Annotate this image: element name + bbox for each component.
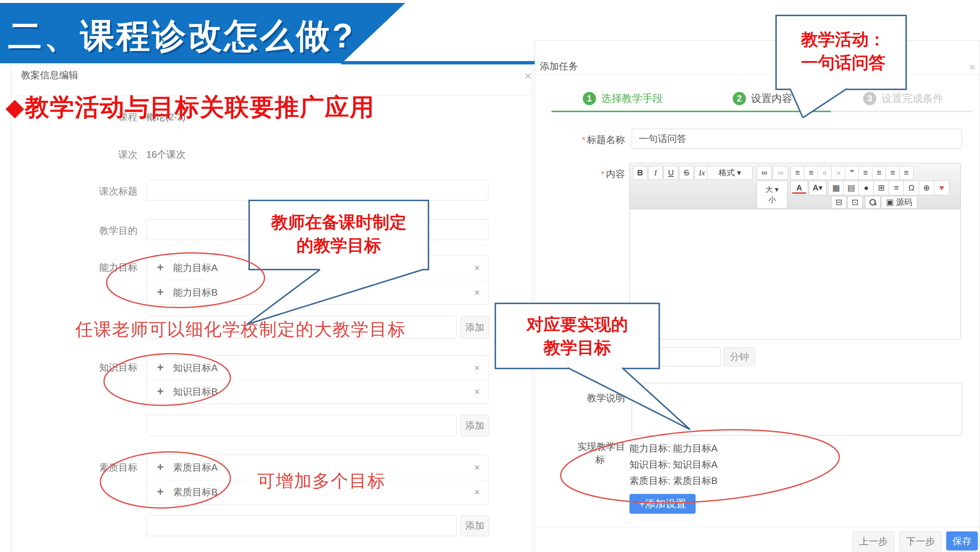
- teaching-note-textarea[interactable]: [632, 383, 962, 436]
- teaching-note-label: 教学说明: [535, 392, 625, 405]
- drag-move-icon[interactable]: +: [157, 260, 164, 274]
- step-3-circle: 3: [863, 92, 877, 105]
- realized-goal-text: 能力目标: 能力目标A: [630, 442, 718, 455]
- align-center-icon[interactable]: ≡: [872, 166, 886, 180]
- iframe-icon[interactable]: ♥: [934, 180, 950, 195]
- font-size-dropdown[interactable]: 大 ▾小: [757, 180, 788, 209]
- add-goal-button-0[interactable]: 添加: [460, 316, 489, 339]
- horizontal-rule-icon[interactable]: ≡: [888, 180, 904, 195]
- italic-icon[interactable]: I: [648, 166, 663, 180]
- remove-goal-icon[interactable]: ×: [474, 386, 480, 397]
- remove-goal-icon[interactable]: ×: [474, 287, 480, 298]
- remove-goal-icon[interactable]: ×: [474, 262, 480, 273]
- find-icon: [869, 199, 876, 206]
- add-task-dialog: 添加任务 × 1 选择教学手段 2 设置内容 3 设置完成条件 *标题名称 一句…: [535, 40, 980, 552]
- source-button[interactable]: ▣ 源码: [881, 196, 917, 209]
- paste-word-icon[interactable]: ⊡: [847, 196, 863, 209]
- page-template-icon[interactable]: ▤: [843, 180, 859, 195]
- slide-red-heading: ◆教学活动与目标关联要推广应用: [5, 91, 375, 124]
- task-title-input[interactable]: 一句话问答: [632, 129, 962, 148]
- goal-item-text: 素质目标A: [173, 461, 218, 474]
- goal-item-text: 知识目标B: [173, 385, 218, 398]
- flash-icon[interactable]: ●: [858, 180, 874, 195]
- step-3-label: 设置完成条件: [881, 92, 943, 105]
- realized-goal-row: 知识目标: 知识目标A×: [630, 457, 960, 472]
- lesson-count-label: 课次: [67, 148, 137, 161]
- step-1-label: 选择教学手段: [601, 92, 663, 105]
- table-icon[interactable]: ⊞: [873, 180, 889, 195]
- remove-goal-icon[interactable]: ×: [474, 487, 480, 498]
- editor-content-area[interactable]: [630, 210, 961, 339]
- find-icon[interactable]: [865, 196, 880, 209]
- callout-teaching-activity: 教学活动： 一句话问答: [775, 15, 907, 90]
- underline-icon[interactable]: U: [663, 166, 678, 180]
- add-goal-button-1[interactable]: 添加: [460, 415, 489, 436]
- drag-move-icon[interactable]: +: [157, 485, 164, 498]
- align-left-icon[interactable]: ≡: [858, 166, 873, 180]
- footer-divider: [535, 527, 980, 527]
- goal-item-text: 能力目标B: [173, 286, 218, 298]
- lesson-plan-dialog-title: 教案信息编辑: [21, 69, 78, 81]
- bg-color-icon[interactable]: A▾: [809, 180, 826, 195]
- realized-goal-row: 素质目标: 素质目标B×: [630, 473, 960, 488]
- step-choose-method[interactable]: 1 选择教学手段: [583, 92, 663, 105]
- special-char-icon[interactable]: Ω: [904, 180, 920, 195]
- step-set-completion[interactable]: 3 设置完成条件: [863, 92, 943, 105]
- lesson-plan-close-icon[interactable]: ×: [524, 70, 532, 82]
- lesson-title-input[interactable]: [146, 180, 488, 200]
- goal-group-label-0: 能力目标: [67, 261, 137, 274]
- goal-item-row[interactable]: +知识目标A×: [146, 356, 488, 380]
- unlink-icon[interactable]: ∞: [773, 166, 788, 180]
- lesson-count-value: 16个课次: [146, 148, 186, 161]
- drag-move-icon[interactable]: +: [157, 384, 164, 398]
- bold-icon[interactable]: B: [633, 166, 648, 180]
- indent-icon[interactable]: »: [831, 166, 845, 180]
- align-justify-icon[interactable]: ≡: [899, 166, 913, 180]
- strikethrough-icon[interactable]: S: [679, 166, 694, 180]
- step-2-label: 设置内容: [751, 92, 792, 105]
- step-2-circle: 2: [733, 92, 746, 105]
- goal-item-text: 素质目标B: [173, 486, 218, 499]
- rich-text-editor[interactable]: BIUSIx格式 ▾∞∞≡≡«»”≡≡≡≡大 ▾小AA▾▦▤●⊞≡Ω⊕♥⊟⊡▣ …: [630, 163, 961, 340]
- link-icon[interactable]: ∞: [757, 166, 772, 180]
- goal-group-box-1: +知识目标A×+知识目标B×: [146, 355, 488, 404]
- blockquote-icon[interactable]: ”: [845, 166, 859, 180]
- next-step-button[interactable]: 下一步: [899, 531, 942, 551]
- bulleted-list-icon[interactable]: ≡: [804, 166, 818, 180]
- outdent-icon[interactable]: «: [818, 166, 832, 180]
- step-set-content[interactable]: 2 设置内容: [733, 92, 792, 105]
- add-setting-button[interactable]: +添加设置: [630, 494, 695, 514]
- goal-group-label-1: 知识目标: [67, 361, 137, 374]
- slide-canvas: 二、课程诊改怎么做? 教案信息编辑 × ◆教学活动与目标关联要推广应用 课程 概…: [0, 0, 980, 552]
- step-1-circle: 1: [583, 92, 596, 105]
- required-asterisk: *: [582, 135, 585, 145]
- add-task-close-icon[interactable]: ×: [969, 62, 975, 72]
- slide-banner-title: 二、课程诊改怎么做?: [8, 13, 355, 59]
- goal-item-row[interactable]: +知识目标B×: [146, 380, 488, 404]
- remove-goal-icon[interactable]: ×: [474, 362, 480, 373]
- format-dropdown[interactable]: 格式 ▾: [707, 166, 752, 180]
- goal-item-text: 知识目标A: [173, 361, 218, 374]
- realized-goals-label-line2: 标: [535, 453, 625, 466]
- callout-teacher-goals: 教师在备课时制定 的教学目标: [248, 200, 429, 270]
- drag-move-icon[interactable]: +: [157, 361, 164, 374]
- drag-move-icon[interactable]: +: [157, 460, 164, 474]
- new-goal-input-1[interactable]: [146, 415, 457, 436]
- align-right-icon[interactable]: ≡: [886, 166, 900, 180]
- globe-icon[interactable]: ⊕: [919, 180, 934, 195]
- realized-goal-row: 能力目标: 能力目标A×: [630, 441, 960, 456]
- save-button[interactable]: 保存: [946, 531, 978, 550]
- image-icon[interactable]: ▦: [828, 180, 844, 195]
- prev-step-button[interactable]: 上一步: [852, 531, 895, 551]
- remove-goal-icon[interactable]: ×: [474, 461, 480, 473]
- teaching-purpose-label: 教学目的: [67, 224, 137, 237]
- ordered-list-icon[interactable]: ≡: [791, 166, 805, 180]
- add-goal-button-2[interactable]: 添加: [460, 515, 489, 536]
- add-task-dialog-title: 添加任务: [540, 60, 578, 73]
- text-color-icon[interactable]: A: [791, 180, 808, 195]
- drag-move-icon[interactable]: +: [157, 285, 164, 298]
- realized-goal-text: 素质目标: 素质目标B: [630, 474, 718, 487]
- goal-item-row[interactable]: +能力目标B×: [146, 280, 488, 305]
- paste-icon[interactable]: ⊟: [831, 196, 846, 209]
- new-goal-input-2[interactable]: [146, 515, 457, 536]
